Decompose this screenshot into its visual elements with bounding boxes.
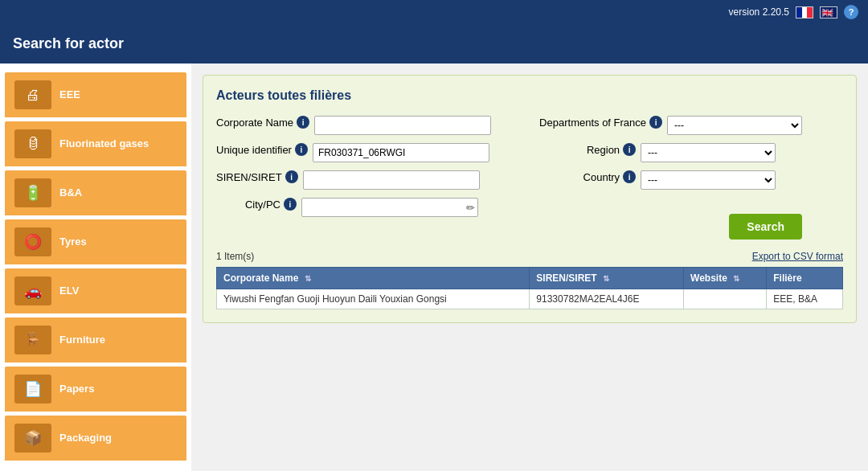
english-flag-icon[interactable] xyxy=(820,6,837,18)
sidebar-item-papers[interactable]: 📄 Papers xyxy=(5,367,186,413)
country-info-icon[interactable]: i xyxy=(623,170,636,183)
col-corporate-name[interactable]: Corporate Name ⇅ xyxy=(217,268,530,289)
sidebar-label-furniture: Furniture xyxy=(59,334,105,346)
results-table: Corporate Name ⇅ SIREN/SIRET ⇅ Website ⇅ xyxy=(216,267,843,309)
sidebar-icon-packaging: 📦 xyxy=(14,424,51,453)
city-info-icon[interactable]: i xyxy=(284,198,297,211)
col-website[interactable]: Website ⇅ xyxy=(684,268,767,289)
sidebar-icon-EEE: 🖨 xyxy=(14,80,51,109)
cell-corporate-name-0: Yiwushi Fengfan Guoji Huoyun Daili Youxi… xyxy=(217,289,530,309)
country-label: Country xyxy=(583,171,620,183)
city-input[interactable] xyxy=(301,198,478,217)
departments-info-icon[interactable]: i xyxy=(649,116,662,129)
city-input-wrapper: ✏ xyxy=(301,198,478,217)
sidebar-label-ba: B&A xyxy=(59,186,82,199)
cell-siren-0: 91330782MA2EAL4J6E xyxy=(530,289,684,309)
main-layout: 🖨 EEE 🛢 Fluorinated gases 🔋 B&A ⭕ Tyres … xyxy=(0,63,868,471)
region-select[interactable]: --- xyxy=(641,143,776,162)
sidebar-icon-furniture: 🪑 xyxy=(14,326,51,354)
content-area: Acteurs toutes filières Corporate Name i xyxy=(191,63,868,471)
page-header: Search for actor xyxy=(0,24,868,63)
sidebar-item-furniture[interactable]: 🪑 Furniture xyxy=(5,317,186,364)
sidebar-item-tyres[interactable]: ⭕ Tyres xyxy=(5,219,186,266)
unique-identifier-info-icon[interactable]: i xyxy=(295,143,308,156)
city-group: City/PC i ✏ xyxy=(216,198,491,217)
city-label: City/PC xyxy=(245,199,280,211)
sidebar-label-fluorinated-gases: Fluorinated gases xyxy=(59,137,149,150)
region-info-icon[interactable]: i xyxy=(623,143,636,156)
siren-group: SIREN/SIRET i xyxy=(216,170,491,190)
cell-website-0 xyxy=(684,289,767,309)
unique-identifier-group: Unique identifier i xyxy=(216,143,491,162)
siren-input[interactable] xyxy=(303,170,480,190)
table-header-row: Corporate Name ⇅ SIREN/SIRET ⇅ Website ⇅ xyxy=(217,268,843,289)
search-button[interactable]: Search xyxy=(729,214,802,240)
sidebar-icon-papers: 📄 xyxy=(14,375,51,403)
version-label: version 2.20.5 xyxy=(729,6,789,18)
departments-label: Departments of France xyxy=(539,117,646,129)
col-siren-siret[interactable]: SIREN/SIRET ⇅ xyxy=(530,268,684,289)
cell-filiere-0: EEE, B&A xyxy=(767,289,843,309)
sidebar-label-packaging: Packaging xyxy=(59,432,112,444)
sort-siren-icon[interactable]: ⇅ xyxy=(603,274,609,283)
french-flag-icon[interactable] xyxy=(796,6,813,18)
sort-corporate-name-icon[interactable]: ⇅ xyxy=(305,274,311,283)
col-corporate-name-label: Corporate Name xyxy=(223,272,298,284)
col-filiere[interactable]: Filière xyxy=(767,268,843,289)
sort-website-icon[interactable]: ⇅ xyxy=(733,274,739,283)
unique-identifier-label: Unique identifier xyxy=(216,144,292,156)
corporate-name-group: Corporate Name i xyxy=(216,116,491,135)
corporate-name-info-icon[interactable]: i xyxy=(297,116,309,129)
corporate-name-input[interactable] xyxy=(314,116,491,135)
sidebar: 🖨 EEE 🛢 Fluorinated gases 🔋 B&A ⭕ Tyres … xyxy=(0,63,191,471)
sidebar-label-papers: Papers xyxy=(59,383,94,395)
siren-label: SIREN/SIRET xyxy=(216,171,282,183)
sidebar-icon-ba: 🔋 xyxy=(14,178,51,207)
sidebar-item-EEE[interactable]: 🖨 EEE xyxy=(5,72,186,119)
sidebar-label-elv: ELV xyxy=(59,285,79,297)
col-filiere-label: Filière xyxy=(773,272,801,284)
sidebar-label-EEE: EEE xyxy=(59,88,80,101)
sidebar-item-elv[interactable]: 🚗 ELV xyxy=(5,268,186,315)
departments-select[interactable]: --- xyxy=(667,116,802,135)
sidebar-icon-fluorinated-gases: 🛢 xyxy=(14,129,51,158)
page-title: Search for actor xyxy=(13,35,124,51)
country-group: Country i --- xyxy=(539,170,802,190)
search-btn-row: Search xyxy=(539,204,802,240)
items-count: 1 Item(s) xyxy=(216,251,254,262)
country-select[interactable]: --- xyxy=(641,170,776,190)
sidebar-icon-tyres: ⭕ xyxy=(14,227,51,256)
sidebar-item-fluorinated-gases[interactable]: 🛢 Fluorinated gases xyxy=(5,121,186,168)
top-bar: version 2.20.5 ? xyxy=(0,0,868,24)
siren-info-icon[interactable]: i xyxy=(285,170,298,183)
sidebar-icon-elv: 🚗 xyxy=(14,276,51,305)
sidebar-label-tyres: Tyres xyxy=(59,236,87,248)
departments-group: Departments of France i --- xyxy=(539,116,802,135)
export-csv-link[interactable]: Export to CSV format xyxy=(752,251,843,262)
sidebar-item-ba[interactable]: 🔋 B&A xyxy=(5,170,186,217)
corporate-name-label: Corporate Name xyxy=(216,117,293,129)
table-row: Yiwushi Fengfan Guoji Huoyun Daili Youxi… xyxy=(217,289,843,309)
search-panel: Acteurs toutes filières Corporate Name i xyxy=(203,75,857,323)
city-edit-icon[interactable]: ✏ xyxy=(466,202,475,214)
col-siren-siret-label: SIREN/SIRET xyxy=(536,272,596,284)
sidebar-item-packaging[interactable]: 📦 Packaging xyxy=(5,416,186,462)
region-label: Region xyxy=(587,144,620,156)
help-icon[interactable]: ? xyxy=(844,5,858,19)
results-header: 1 Item(s) Export to CSV format xyxy=(216,251,843,262)
col-website-label: Website xyxy=(690,272,727,284)
panel-title: Acteurs toutes filières xyxy=(216,88,843,103)
region-group: Region i --- xyxy=(539,143,802,162)
unique-identifier-input[interactable] xyxy=(313,143,489,162)
